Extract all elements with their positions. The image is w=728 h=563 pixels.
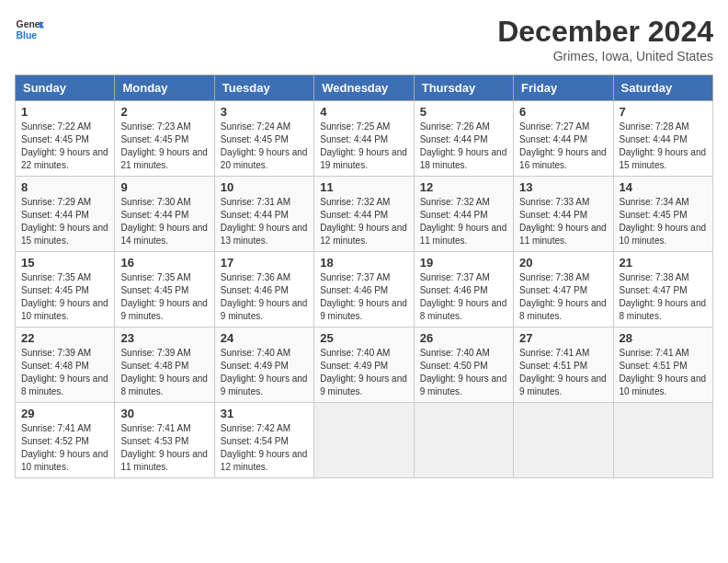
title-section: December 2024 Grimes, Iowa, United State… [497, 15, 713, 63]
cell-info: Sunrise: 7:40 AMSunset: 4:50 PMDaylight:… [420, 348, 507, 396]
day-number: 9 [120, 180, 208, 194]
day-number: 30 [120, 407, 208, 420]
calendar-cell [514, 403, 613, 478]
day-number: 3 [221, 105, 308, 119]
day-number: 5 [420, 105, 507, 119]
day-number: 17 [221, 256, 308, 270]
day-number: 18 [320, 256, 407, 270]
cell-info: Sunrise: 7:36 AMSunset: 4:46 PMDaylight:… [221, 272, 308, 321]
calendar-cell: 11 Sunrise: 7:32 AMSunset: 4:44 PMDaylig… [314, 177, 414, 252]
calendar-cell: 24 Sunrise: 7:40 AMSunset: 4:49 PMDaylig… [214, 327, 313, 403]
header-tuesday: Tuesday [214, 75, 313, 101]
day-number: 1 [21, 105, 108, 119]
day-number: 25 [320, 331, 407, 345]
cell-info: Sunrise: 7:29 AMSunset: 4:44 PMDaylight:… [21, 197, 108, 246]
day-number: 16 [120, 256, 208, 270]
cell-info: Sunrise: 7:32 AMSunset: 4:44 PMDaylight:… [320, 197, 407, 246]
calendar-cell: 20 Sunrise: 7:38 AMSunset: 4:47 PMDaylig… [514, 252, 613, 327]
day-number: 7 [620, 105, 707, 119]
day-number: 12 [420, 180, 507, 194]
cell-info: Sunrise: 7:31 AMSunset: 4:44 PMDaylight:… [221, 197, 308, 246]
calendar-cell [613, 403, 712, 478]
calendar-cell: 6 Sunrise: 7:27 AMSunset: 4:44 PMDayligh… [514, 101, 613, 177]
cell-info: Sunrise: 7:37 AMSunset: 4:46 PMDaylight:… [420, 272, 507, 321]
cell-info: Sunrise: 7:30 AMSunset: 4:44 PMDaylight:… [120, 197, 208, 246]
calendar-cell: 28 Sunrise: 7:41 AMSunset: 4:51 PMDaylig… [613, 327, 712, 403]
day-number: 27 [519, 331, 607, 345]
cell-info: Sunrise: 7:40 AMSunset: 4:49 PMDaylight:… [221, 348, 308, 396]
calendar-cell: 25 Sunrise: 7:40 AMSunset: 4:49 PMDaylig… [314, 327, 414, 403]
day-number: 4 [320, 105, 407, 119]
day-number: 26 [420, 331, 507, 345]
day-number: 20 [519, 256, 607, 270]
day-number: 15 [21, 256, 108, 270]
header-thursday: Thursday [414, 75, 513, 101]
calendar-cell: 13 Sunrise: 7:33 AMSunset: 4:44 PMDaylig… [514, 177, 613, 252]
day-number: 29 [21, 407, 108, 420]
day-number: 2 [120, 105, 208, 119]
day-number: 8 [21, 180, 108, 194]
calendar-cell: 12 Sunrise: 7:32 AMSunset: 4:44 PMDaylig… [414, 177, 513, 252]
calendar-cell: 2 Sunrise: 7:23 AMSunset: 4:45 PMDayligh… [115, 101, 214, 177]
cell-info: Sunrise: 7:40 AMSunset: 4:49 PMDaylight:… [320, 348, 407, 396]
cell-info: Sunrise: 7:22 AMSunset: 4:45 PMDaylight:… [21, 121, 108, 170]
header-wednesday: Wednesday [314, 75, 414, 101]
day-number: 23 [120, 331, 208, 345]
day-number: 6 [519, 105, 607, 119]
calendar-cell: 29 Sunrise: 7:41 AMSunset: 4:52 PMDaylig… [16, 403, 115, 478]
calendar-cell: 8 Sunrise: 7:29 AMSunset: 4:44 PMDayligh… [16, 177, 115, 252]
day-number: 19 [420, 256, 507, 270]
cell-info: Sunrise: 7:37 AMSunset: 4:46 PMDaylight:… [320, 272, 407, 321]
calendar-cell: 9 Sunrise: 7:30 AMSunset: 4:44 PMDayligh… [115, 177, 214, 252]
cell-info: Sunrise: 7:35 AMSunset: 4:45 PMDaylight:… [120, 272, 208, 321]
calendar-week-row: 15 Sunrise: 7:35 AMSunset: 4:45 PMDaylig… [16, 252, 713, 327]
calendar-cell: 23 Sunrise: 7:39 AMSunset: 4:48 PMDaylig… [115, 327, 214, 403]
calendar-cell: 30 Sunrise: 7:41 AMSunset: 4:53 PMDaylig… [115, 403, 214, 478]
cell-info: Sunrise: 7:33 AMSunset: 4:44 PMDaylight:… [519, 197, 607, 246]
calendar-subtitle: Grimes, Iowa, United States [497, 49, 713, 63]
logo-icon: General Blue [15, 15, 44, 44]
cell-info: Sunrise: 7:41 AMSunset: 4:51 PMDaylight:… [620, 348, 707, 396]
calendar-title: December 2024 [497, 15, 713, 49]
header-saturday: Saturday [613, 75, 712, 101]
header-friday: Friday [514, 75, 613, 101]
day-number: 28 [620, 331, 707, 345]
calendar-week-row: 1 Sunrise: 7:22 AMSunset: 4:45 PMDayligh… [16, 101, 713, 177]
calendar-table: Sunday Monday Tuesday Wednesday Thursday… [15, 75, 713, 478]
calendar-cell: 22 Sunrise: 7:39 AMSunset: 4:48 PMDaylig… [16, 327, 115, 403]
day-number: 31 [221, 407, 308, 420]
cell-info: Sunrise: 7:34 AMSunset: 4:45 PMDaylight:… [620, 197, 707, 246]
cell-info: Sunrise: 7:26 AMSunset: 4:44 PMDaylight:… [420, 121, 507, 170]
cell-info: Sunrise: 7:38 AMSunset: 4:47 PMDaylight:… [620, 272, 707, 321]
calendar-week-row: 22 Sunrise: 7:39 AMSunset: 4:48 PMDaylig… [16, 327, 713, 403]
day-number: 24 [221, 331, 308, 345]
cell-info: Sunrise: 7:39 AMSunset: 4:48 PMDaylight:… [21, 348, 108, 396]
calendar-cell: 4 Sunrise: 7:25 AMSunset: 4:44 PMDayligh… [314, 101, 414, 177]
cell-info: Sunrise: 7:42 AMSunset: 4:54 PMDaylight:… [221, 423, 308, 472]
calendar-week-row: 29 Sunrise: 7:41 AMSunset: 4:52 PMDaylig… [16, 403, 713, 478]
cell-info: Sunrise: 7:41 AMSunset: 4:53 PMDaylight:… [120, 423, 208, 472]
cell-info: Sunrise: 7:38 AMSunset: 4:47 PMDaylight:… [519, 272, 607, 321]
page-header: General Blue December 2024 Grimes, Iowa,… [15, 15, 713, 63]
header-sunday: Sunday [16, 75, 115, 101]
cell-info: Sunrise: 7:41 AMSunset: 4:52 PMDaylight:… [21, 423, 108, 472]
calendar-cell: 5 Sunrise: 7:26 AMSunset: 4:44 PMDayligh… [414, 101, 513, 177]
cell-info: Sunrise: 7:39 AMSunset: 4:48 PMDaylight:… [120, 348, 208, 396]
calendar-cell: 19 Sunrise: 7:37 AMSunset: 4:46 PMDaylig… [414, 252, 513, 327]
cell-info: Sunrise: 7:35 AMSunset: 4:45 PMDaylight:… [21, 272, 108, 321]
calendar-cell: 31 Sunrise: 7:42 AMSunset: 4:54 PMDaylig… [214, 403, 313, 478]
day-number: 10 [221, 180, 308, 194]
cell-info: Sunrise: 7:32 AMSunset: 4:44 PMDaylight:… [420, 197, 507, 246]
calendar-cell: 18 Sunrise: 7:37 AMSunset: 4:46 PMDaylig… [314, 252, 414, 327]
logo: General Blue [15, 15, 44, 44]
day-number: 13 [519, 180, 607, 194]
calendar-cell: 21 Sunrise: 7:38 AMSunset: 4:47 PMDaylig… [613, 252, 712, 327]
calendar-cell [414, 403, 513, 478]
calendar-header-row: Sunday Monday Tuesday Wednesday Thursday… [16, 75, 713, 101]
day-number: 22 [21, 331, 108, 345]
cell-info: Sunrise: 7:24 AMSunset: 4:45 PMDaylight:… [221, 121, 308, 170]
header-monday: Monday [115, 75, 214, 101]
day-number: 21 [620, 256, 707, 270]
calendar-cell: 14 Sunrise: 7:34 AMSunset: 4:45 PMDaylig… [613, 177, 712, 252]
cell-info: Sunrise: 7:28 AMSunset: 4:44 PMDaylight:… [620, 121, 707, 170]
